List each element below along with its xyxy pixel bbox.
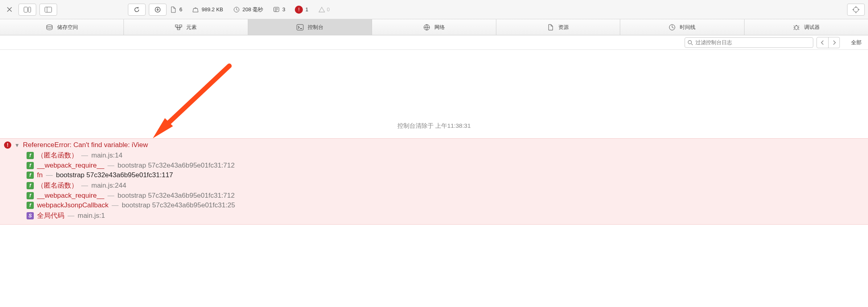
crosshair-icon — [852, 6, 860, 13]
svg-point-7 — [854, 7, 858, 12]
sidebar-toggle-button[interactable] — [39, 4, 57, 16]
transfer-size: 989.2 KB — [202, 6, 223, 12]
dock-side-icon — [24, 7, 31, 12]
reload-icon — [134, 6, 140, 13]
error-stack: f（匿名函数）—main.js:14f__webpack_require__—b… — [27, 151, 864, 220]
tab-label: 元素 — [186, 24, 197, 31]
elements-icon — [175, 24, 182, 31]
svg-point-16 — [688, 40, 692, 44]
stack-location[interactable]: bootstrap 57c32e43a6b95e01fc31:117 — [56, 171, 173, 179]
stack-frame[interactable]: fwebpackJsonpCallback—bootstrap 57c32e43… — [27, 201, 864, 209]
tab-label: 网络 — [434, 24, 445, 31]
function-badge-icon: f — [27, 162, 34, 169]
filter-next-button[interactable] — [828, 37, 839, 48]
log-icon — [273, 6, 280, 13]
console-error: ! ▼ ReferenceError: Can't find variable:… — [0, 138, 868, 225]
tab-label: 资源 — [558, 24, 569, 31]
close-button[interactable] — [3, 4, 15, 16]
tab-elements[interactable]: 元素 — [124, 19, 248, 35]
stack-separator: — — [46, 171, 53, 179]
stack-separator: — — [68, 212, 74, 220]
svg-rect-0 — [24, 7, 28, 12]
function-badge-icon: f — [27, 152, 34, 159]
timeline-icon — [668, 24, 676, 31]
stack-function-name: __webpack_require__ — [37, 192, 104, 200]
tab-network[interactable]: 网络 — [372, 19, 496, 35]
filter-input[interactable] — [695, 39, 810, 45]
stack-function-name: 全局代码 — [37, 211, 64, 220]
tab-debugger[interactable]: 调试器 — [745, 19, 868, 35]
stat-time: 208 毫秒 — [233, 6, 263, 13]
stack-location[interactable]: main.js:244 — [91, 182, 126, 190]
stack-separator: — — [81, 182, 88, 190]
close-icon — [7, 7, 12, 12]
function-badge-icon: f — [27, 182, 34, 189]
stack-location[interactable]: bootstrap 57c32e43a6b95e01fc31:712 — [117, 162, 234, 170]
annotation-arrow-icon — [149, 62, 233, 142]
stack-location[interactable]: bootstrap 57c32e43a6b95e01fc31:25 — [122, 201, 235, 209]
search-icon — [687, 40, 693, 45]
stack-frame[interactable]: f（匿名函数）—main.js:244 — [27, 181, 864, 190]
tab-storage[interactable]: 储存空间 — [0, 19, 124, 35]
filter-scope-label: 全部 — [851, 39, 862, 45]
function-badge-icon: f — [27, 192, 34, 199]
tab-label: 控制台 — [308, 24, 323, 31]
stack-frame[interactable]: ffn—bootstrap 57c32e43a6b95e01fc31:117 — [27, 171, 864, 179]
stack-frame[interactable]: S全局代码—main.js:1 — [27, 211, 864, 220]
function-badge-icon: f — [27, 202, 34, 209]
error-badge-icon: ! — [295, 6, 303, 14]
tab-label: 时间线 — [680, 24, 695, 31]
function-badge-icon: f — [27, 172, 34, 179]
weight-icon — [192, 6, 199, 13]
stack-separator: — — [81, 151, 88, 160]
stack-function-name: __webpack_require__ — [37, 162, 104, 170]
filter-prev-button[interactable] — [817, 37, 828, 48]
stat-resources: 6 — [170, 6, 182, 13]
errors-count: 1 — [305, 6, 308, 12]
stack-separator: — — [107, 192, 114, 200]
error-icon: ! — [4, 141, 11, 149]
sidebar-icon — [45, 7, 52, 12]
tab-sources[interactable]: 资源 — [496, 19, 620, 35]
logs-count: 3 — [282, 6, 285, 12]
inspect-button[interactable] — [847, 4, 865, 16]
tab-timeline[interactable]: 时间线 — [620, 19, 744, 35]
stat-size: 989.2 KB — [192, 6, 223, 13]
stack-frame[interactable]: f（匿名函数）—main.js:14 — [27, 151, 864, 160]
file-icon — [170, 6, 177, 13]
stack-frame[interactable]: f__webpack_require__—bootstrap 57c32e43a… — [27, 162, 864, 170]
filter-scope-button[interactable]: 全部 — [845, 39, 868, 46]
error-header[interactable]: ! ▼ ReferenceError: Can't find variable:… — [4, 141, 864, 149]
tab-label: 储存空间 — [57, 24, 78, 31]
dock-side-button[interactable] — [19, 4, 36, 16]
load-time: 208 毫秒 — [243, 6, 263, 13]
tab-console[interactable]: 控制台 — [248, 19, 372, 35]
svg-rect-11 — [177, 28, 180, 30]
filter-search-wrap[interactable] — [685, 37, 813, 48]
toolbar-left-group — [3, 4, 57, 16]
stack-frame[interactable]: f__webpack_require__—bootstrap 57c32e43a… — [27, 192, 864, 200]
stack-location[interactable]: bootstrap 57c32e43a6b95e01fc31:712 — [117, 192, 234, 200]
stack-location[interactable]: main.js:1 — [78, 212, 105, 220]
storage-icon — [46, 24, 53, 31]
stack-function-name: webpackJsonpCallback — [37, 201, 109, 209]
svg-rect-2 — [45, 7, 52, 12]
error-title: ReferenceError: Can't find variable: iVi… — [23, 141, 148, 149]
chevron-right-icon — [832, 40, 836, 45]
console-cleared-message: 控制台清除于 上午11:38:31 — [397, 122, 471, 130]
svg-rect-9 — [175, 25, 178, 27]
svg-rect-1 — [29, 7, 31, 12]
download-button[interactable] — [149, 4, 167, 16]
sources-icon — [547, 24, 554, 31]
svg-point-8 — [47, 25, 52, 27]
reload-button[interactable] — [128, 4, 146, 16]
stack-function-name: （匿名函数） — [37, 151, 78, 160]
filter-prevnext — [817, 37, 840, 48]
svg-rect-10 — [179, 25, 182, 27]
toolbar-reload-group — [128, 4, 167, 16]
disclosure-triangle-icon[interactable]: ▼ — [14, 142, 20, 148]
svg-line-17 — [163, 66, 229, 128]
script-badge-icon: S — [27, 212, 34, 219]
stack-separator: — — [107, 162, 114, 170]
stack-location[interactable]: main.js:14 — [91, 151, 122, 160]
